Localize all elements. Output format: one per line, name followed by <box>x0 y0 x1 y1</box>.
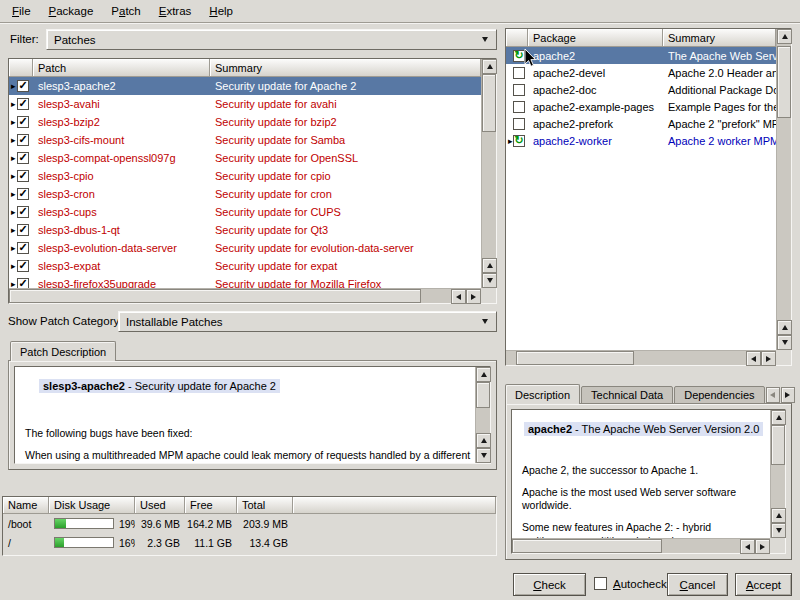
column-header-total[interactable]: Total <box>237 497 293 514</box>
patch-checkbox-icon[interactable]: ✓ <box>17 188 29 200</box>
patch-row[interactable]: ▸ ✓ slesp3-cups Security update for CUPS <box>9 203 481 221</box>
tab-scroll-right-button[interactable] <box>781 387 795 403</box>
scrollbar-down-button[interactable] <box>482 273 497 288</box>
patch-state-cell[interactable]: ▸ ✓ <box>9 95 33 113</box>
scrollbar-right-button[interactable] <box>466 289 481 304</box>
patch-state-cell[interactable]: ▸ ✓ <box>9 239 33 257</box>
scrollbar-down-button[interactable] <box>777 335 792 350</box>
patch-state-cell[interactable]: ▸ ✓ <box>9 257 33 275</box>
category-combobox[interactable]: Installable Patches <box>118 311 497 332</box>
menu-item[interactable]: Package <box>40 0 103 22</box>
tab[interactable]: Description <box>505 384 580 404</box>
cancel-button[interactable]: Cancel <box>667 573 728 596</box>
package-checkbox-icon[interactable] <box>513 118 525 130</box>
column-header-summary[interactable]: Summary <box>210 59 481 77</box>
patch-state-cell[interactable]: ▸ ✓ <box>9 203 33 221</box>
package-row[interactable]: ▸ ↻ apache2-worker Apache 2 worker MPM (… <box>506 132 776 149</box>
column-header-used[interactable]: Used <box>135 497 185 514</box>
package-checkbox-icon[interactable]: ↻ <box>513 50 525 62</box>
scrollbar-up-button[interactable] <box>482 258 497 273</box>
autocheck-checkbox[interactable] <box>594 577 607 590</box>
patch-row[interactable]: ▸ ✓ slesp3-dbus-1-qt Security update for… <box>9 221 481 239</box>
accept-button[interactable]: Accept <box>735 573 792 596</box>
patch-row[interactable]: ▸ ✓ slesp3-evolution-data-server Securit… <box>9 239 481 257</box>
scrollbar-thumb[interactable] <box>482 74 496 132</box>
patch-state-cell[interactable]: ▸ ✓ <box>9 113 33 131</box>
tab[interactable]: Dependencies <box>674 386 764 404</box>
scrollbar-up-button[interactable] <box>476 367 491 382</box>
patch-checkbox-icon[interactable]: ✓ <box>17 134 29 146</box>
package-checkbox-icon[interactable] <box>513 84 525 96</box>
patch-state-cell[interactable]: ▸ ✓ <box>9 185 33 203</box>
package-state-cell[interactable] <box>506 64 528 81</box>
menu-item[interactable]: Patch <box>102 0 149 22</box>
patch-row[interactable]: ▸ ✓ slesp3-expat Security update for exp… <box>9 257 481 275</box>
patch-row[interactable]: ▸ ✓ slesp3-cron Security update for cron <box>9 185 481 203</box>
column-header-patch[interactable]: Patch <box>33 59 210 77</box>
scrollbar-up-button[interactable] <box>771 410 786 425</box>
patch-checkbox-icon[interactable]: ✓ <box>17 152 29 164</box>
patch-checkbox-icon[interactable]: ✓ <box>17 278 29 288</box>
tab-scroll-left-button[interactable] <box>766 387 780 403</box>
patch-checkbox-icon[interactable]: ✓ <box>17 206 29 218</box>
scrollbar-down-button[interactable] <box>476 448 491 463</box>
scrollbar-up-button[interactable] <box>771 508 786 523</box>
column-header-package[interactable]: Package <box>528 29 663 47</box>
scrollbar-down-button[interactable] <box>771 523 786 538</box>
package-state-cell[interactable] <box>506 115 528 132</box>
patch-checkbox-icon[interactable]: ✓ <box>17 260 29 272</box>
scrollbar-thumb[interactable] <box>777 46 791 118</box>
patch-state-cell[interactable]: ▸ ✓ <box>9 77 33 95</box>
package-state-cell[interactable] <box>506 81 528 98</box>
scrollbar-thumb[interactable] <box>9 289 421 303</box>
patch-row[interactable]: ▸ ✓ slesp3-bzip2 Security update for bzi… <box>9 113 481 131</box>
scrollbar-up-button[interactable] <box>777 29 792 44</box>
scrollbar-left-button[interactable] <box>746 351 761 366</box>
column-header-name[interactable]: Name <box>3 497 49 514</box>
tab[interactable]: Technical Data <box>581 386 673 404</box>
scrollbar-thumb[interactable] <box>516 351 634 365</box>
package-description-vscrollbar[interactable] <box>770 410 785 538</box>
scrollbar-up-button[interactable] <box>777 320 792 335</box>
package-checkbox-icon[interactable] <box>513 101 525 113</box>
package-state-cell[interactable]: ▸ ↻ <box>506 132 528 149</box>
column-header-free[interactable]: Free <box>185 497 237 514</box>
scrollbar-left-button[interactable] <box>451 289 466 304</box>
patch-state-cell[interactable]: ▸ ✓ <box>9 167 33 185</box>
package-row[interactable]: apache2-prefork Apache 2 "prefork" MPM (… <box>506 115 776 132</box>
scrollbar-thumb[interactable] <box>476 382 490 408</box>
package-horizontal-scrollbar[interactable] <box>506 350 776 365</box>
patch-horizontal-scrollbar[interactable] <box>9 288 481 303</box>
patch-checkbox-icon[interactable]: ✓ <box>17 170 29 182</box>
package-state-cell[interactable] <box>506 98 528 115</box>
patch-row[interactable]: ▸ ✓ slesp3-apache2 Security update for A… <box>9 77 481 95</box>
menu-item[interactable]: Extras <box>150 0 201 22</box>
patch-row[interactable]: ▸ ✓ slesp3-avahi Security update for ava… <box>9 95 481 113</box>
patch-checkbox-icon[interactable]: ✓ <box>17 224 29 236</box>
patch-row[interactable]: ▸ ✓ slesp3-cifs-mount Security update fo… <box>9 131 481 149</box>
scrollbar-up-button[interactable] <box>476 433 491 448</box>
column-header-disk-usage[interactable]: Disk Usage <box>49 497 135 514</box>
patch-checkbox-icon[interactable]: ✓ <box>17 98 29 110</box>
package-description-hscrollbar[interactable] <box>512 538 770 553</box>
package-row[interactable]: apache2-doc Additional Package Docume <box>506 81 776 98</box>
patch-state-cell[interactable]: ▸ ✓ <box>9 275 33 288</box>
patch-checkbox-icon[interactable]: ✓ <box>17 80 29 92</box>
package-row[interactable]: ↻ apache2 The Apache Web Server Ver <box>506 47 776 64</box>
column-header-state[interactable] <box>9 59 33 77</box>
patch-row[interactable]: ▸ ✓ slesp3-compat-openssl097g Security u… <box>9 149 481 167</box>
patch-state-cell[interactable]: ▸ ✓ <box>9 131 33 149</box>
patch-checkbox-icon[interactable]: ✓ <box>17 242 29 254</box>
scrollbar-right-button[interactable] <box>755 539 770 554</box>
autocheck-control[interactable]: Autocheck <box>594 577 667 590</box>
column-header-summary[interactable]: Summary <box>663 29 776 47</box>
tab-patch-description[interactable]: Patch Description <box>10 341 116 361</box>
filter-combobox[interactable]: Patches <box>46 29 497 50</box>
patch-row[interactable]: ▸ ✓ slesp3-firefox35upgrade Security upd… <box>9 275 481 288</box>
scrollbar-right-button[interactable] <box>761 351 776 366</box>
package-row[interactable]: apache2-devel Apache 2.0 Header and Incl <box>506 64 776 81</box>
package-checkbox-icon[interactable]: ↻ <box>513 135 525 147</box>
scrollbar-thumb[interactable] <box>512 539 662 553</box>
patch-row[interactable]: ▸ ✓ slesp3-cpio Security update for cpio <box>9 167 481 185</box>
scrollbar-thumb[interactable] <box>771 425 785 465</box>
